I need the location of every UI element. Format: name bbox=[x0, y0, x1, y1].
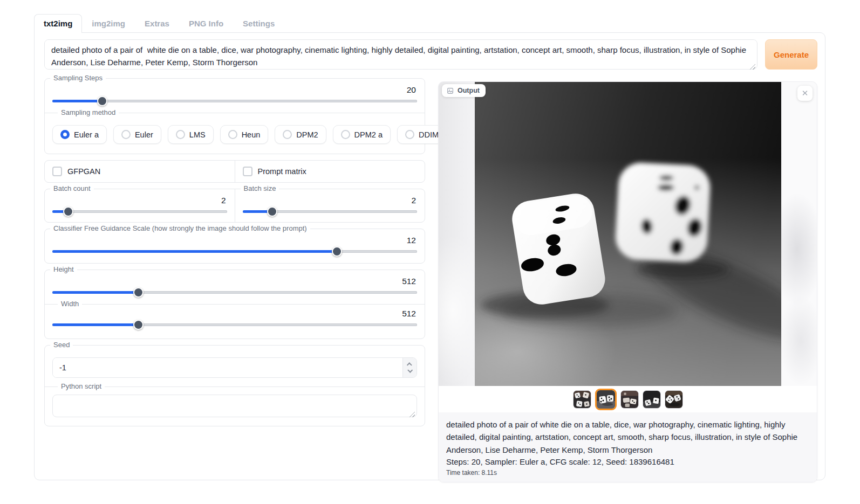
sampler-option-label: DDIM bbox=[419, 130, 439, 139]
python-script-input[interactable] bbox=[52, 395, 417, 417]
txt2img-page: detailed photo of a pair of white die on… bbox=[34, 32, 825, 480]
batch-panel: Batch count 2 Batch size 2 bbox=[44, 189, 425, 223]
gallery-right-blur bbox=[781, 82, 817, 386]
slider-handle[interactable] bbox=[133, 320, 144, 330]
tab-extras[interactable]: Extras bbox=[135, 14, 179, 33]
options-panel: GFPGAN Prompt matrix bbox=[44, 160, 425, 183]
gallery-thumbnail[interactable] bbox=[643, 390, 661, 409]
gallery-thumbnail[interactable] bbox=[620, 390, 639, 409]
cfg-panel: Classifier Free Guidance Scale (how stro… bbox=[44, 229, 425, 264]
gfpgan-label: GFPGAN bbox=[67, 167, 100, 176]
tab-txt2img[interactable]: txt2img bbox=[34, 14, 82, 33]
radio-icon bbox=[176, 130, 185, 139]
gfpgan-checkbox-row[interactable]: GFPGAN bbox=[52, 167, 227, 176]
app-root: txt2img img2img Extras PNG Info Settings… bbox=[0, 0, 860, 504]
gallery-left-blur bbox=[439, 82, 475, 386]
sampler-option-euler[interactable]: Euler bbox=[113, 125, 161, 144]
batch-count-value: 2 bbox=[52, 196, 227, 205]
height-slider[interactable] bbox=[52, 287, 417, 298]
caption-prompt: detailed photo of a pair of white die on… bbox=[446, 418, 809, 456]
width-label: Width bbox=[58, 300, 82, 308]
cfg-value: 12 bbox=[52, 236, 417, 245]
batch-count-label: Batch count bbox=[50, 184, 94, 192]
gallery-thumbnail[interactable] bbox=[595, 389, 617, 410]
gallery-viewer: Output ✕ bbox=[439, 82, 817, 386]
batch-count-slider[interactable] bbox=[52, 206, 227, 217]
sampler-option-label: DPM2 bbox=[296, 130, 318, 139]
sampling-method-group: Sampling method Euler a Euler bbox=[45, 113, 425, 149]
radio-icon bbox=[228, 130, 237, 139]
radio-icon bbox=[121, 130, 131, 139]
prompt-input[interactable]: detailed photo of a pair of white die on… bbox=[44, 39, 757, 70]
python-script-label: Python script bbox=[58, 382, 105, 390]
slider-handle[interactable] bbox=[63, 206, 73, 217]
sampler-option-dpm2[interactable]: DPM2 bbox=[275, 125, 326, 144]
slider-fill bbox=[52, 291, 138, 294]
slider-handle[interactable] bbox=[332, 246, 342, 257]
radio-icon bbox=[341, 130, 350, 139]
seed-label: Seed bbox=[50, 341, 73, 349]
slider-handle[interactable] bbox=[97, 96, 107, 106]
close-icon[interactable]: ✕ bbox=[797, 86, 813, 101]
sampler-option-label: LMS bbox=[189, 130, 206, 139]
gallery-thumbnail[interactable] bbox=[665, 390, 683, 409]
gallery-thumbnail[interactable] bbox=[573, 390, 591, 409]
generation-info: detailed photo of a pair of white die on… bbox=[439, 412, 817, 482]
prompt-matrix-checkbox-row[interactable]: Prompt matrix bbox=[243, 167, 418, 176]
seed-spinner[interactable] bbox=[402, 358, 417, 377]
sampler-option-label: Heun bbox=[242, 130, 261, 139]
height-value: 512 bbox=[52, 277, 417, 286]
checkbox-icon[interactable] bbox=[243, 167, 252, 176]
sampler-option-label: DPM2 a bbox=[354, 130, 383, 139]
sampling-steps-label: Sampling Steps bbox=[50, 74, 106, 82]
sampling-steps-value: 20 bbox=[52, 85, 417, 95]
slider-handle[interactable] bbox=[267, 206, 277, 217]
dimensions-panel: Height 512 Width 512 bbox=[44, 270, 425, 339]
sampler-options: Euler a Euler LMS bbox=[52, 125, 417, 147]
checkbox-icon[interactable] bbox=[52, 167, 62, 176]
generated-image[interactable] bbox=[475, 82, 781, 386]
slider-fill bbox=[52, 100, 102, 102]
settings-column: Sampling Steps 20 Sampling method Euler … bbox=[44, 78, 425, 432]
batch-size-slider[interactable] bbox=[243, 206, 418, 217]
seed-input[interactable] bbox=[53, 358, 402, 377]
caption-time-taken: Time taken: 8.11s bbox=[446, 469, 809, 477]
prompt-row: detailed photo of a pair of white die on… bbox=[44, 39, 817, 72]
seed-panel: Seed Python script bbox=[44, 345, 425, 426]
chevron-up-icon[interactable] bbox=[407, 362, 412, 368]
slider-fill bbox=[52, 323, 138, 326]
slider-handle[interactable] bbox=[133, 287, 144, 298]
chevron-down-icon[interactable] bbox=[407, 368, 413, 373]
height-label: Height bbox=[50, 265, 77, 273]
sampling-steps-slider[interactable] bbox=[52, 96, 417, 106]
cfg-slider[interactable] bbox=[52, 246, 417, 257]
output-label: Output bbox=[458, 87, 480, 94]
output-column: Output ✕ bbox=[438, 78, 817, 482]
output-panel: Output ✕ bbox=[438, 81, 817, 482]
radio-icon bbox=[405, 130, 414, 139]
sampler-option-label: Euler bbox=[135, 130, 153, 139]
cfg-label: Classifier Free Guidance Scale (how stro… bbox=[50, 224, 310, 232]
sampling-panel: Sampling Steps 20 Sampling method Euler … bbox=[44, 78, 425, 154]
sampler-option-dpm2-a[interactable]: DPM2 a bbox=[333, 125, 391, 144]
slider-track[interactable] bbox=[52, 210, 227, 213]
generate-button[interactable]: Generate bbox=[765, 39, 817, 70]
width-group: Width 512 bbox=[45, 304, 425, 334]
width-slider[interactable] bbox=[52, 320, 417, 330]
sampler-option-label: Euler a bbox=[74, 130, 99, 139]
image-icon bbox=[447, 87, 454, 94]
tab-img2img[interactable]: img2img bbox=[82, 14, 135, 33]
sampler-option-euler-a[interactable]: Euler a bbox=[52, 125, 107, 144]
width-value: 512 bbox=[52, 309, 417, 319]
output-label-chip: Output bbox=[442, 84, 486, 97]
sampler-option-heun[interactable]: Heun bbox=[220, 125, 269, 144]
radio-icon bbox=[283, 130, 292, 139]
prompt-matrix-label: Prompt matrix bbox=[258, 167, 306, 176]
tab-settings[interactable]: Settings bbox=[233, 14, 284, 33]
tab-bar: txt2img img2img Extras PNG Info Settings bbox=[34, 14, 284, 32]
sampling-method-label: Sampling method bbox=[58, 108, 119, 116]
caption-params: Steps: 20, Sampler: Euler a, CFG scale: … bbox=[446, 457, 809, 466]
tab-png-info[interactable]: PNG Info bbox=[179, 14, 233, 33]
sampler-option-lms[interactable]: LMS bbox=[168, 125, 214, 144]
radio-icon bbox=[60, 130, 70, 139]
